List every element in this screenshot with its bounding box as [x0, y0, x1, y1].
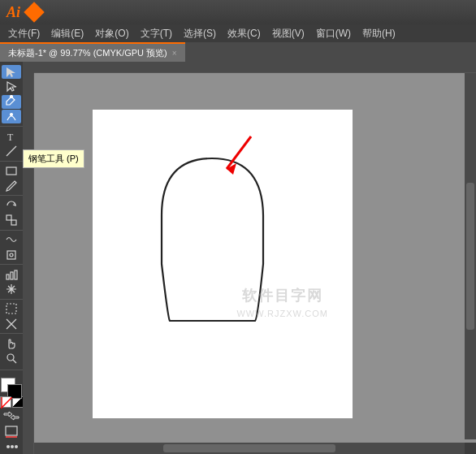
free-transform-button[interactable] [2, 248, 21, 262]
scrollbar-thumb-vertical[interactable] [466, 183, 474, 329]
svg-rect-17 [6, 436, 17, 438]
menu-object[interactable]: 对象(O) [90, 25, 133, 42]
svg-rect-4 [6, 167, 16, 175]
tab-close-button[interactable]: × [172, 49, 177, 58]
artboard: 软件目字网 WWW.RJZXW.COM [93, 110, 353, 418]
pen-tool-button[interactable] [2, 95, 21, 109]
menu-select[interactable]: 选择(S) [179, 25, 221, 42]
svg-line-15 [1, 397, 12, 409]
red-arrow [210, 132, 259, 189]
menu-help[interactable]: 帮助(H) [357, 25, 400, 42]
direct-select-tool-button[interactable] [2, 80, 21, 93]
tab-bar: 未标题-1* @ 99.77% (CMYK/GPU 预览) × [0, 42, 476, 62]
svg-rect-9 [6, 275, 9, 279]
scrollbar-thumb-horizontal[interactable] [163, 444, 335, 452]
svg-marker-22 [227, 163, 236, 175]
menu-edit[interactable]: 编辑(E) [46, 25, 89, 42]
svg-point-8 [10, 253, 13, 257]
rotate-tool-button[interactable] [2, 198, 21, 212]
svg-rect-6 [11, 220, 16, 225]
ruler-left [23, 62, 34, 454]
menu-file[interactable]: 文件(F) [3, 25, 45, 42]
scale-tool-button[interactable] [2, 214, 21, 227]
slice-tool-button[interactable] [2, 317, 21, 331]
canvas-area[interactable]: 软件目字网 WWW.RJZXW.COM [23, 62, 476, 454]
tab-label: 未标题-1* @ 99.77% (CMYK/GPU 预览) [8, 47, 167, 59]
color-swatch-area [1, 378, 22, 395]
graph-tool-button[interactable] [2, 267, 21, 281]
ruler-corner [23, 62, 34, 73]
curvature-tool-button[interactable] [2, 110, 21, 123]
svg-rect-7 [7, 251, 15, 259]
menu-bar: 文件(F) 编辑(E) 对象(O) 文字(T) 选择(S) 效果(C) 视图(V… [0, 24, 476, 42]
scrollbar-corner [465, 443, 476, 454]
warp-tool-button[interactable] [2, 233, 21, 247]
main-area: T [0, 62, 476, 454]
mesh-tool-button[interactable] [2, 283, 21, 296]
svg-point-18 [6, 445, 10, 448]
svg-rect-16 [6, 426, 17, 435]
svg-point-13 [7, 354, 14, 361]
svg-line-14 [13, 360, 16, 363]
menu-view[interactable]: 视图(V) [267, 25, 309, 42]
type-tool-button[interactable]: T [2, 129, 21, 143]
fill-button[interactable] [2, 425, 21, 439]
hand-tool-button[interactable] [2, 336, 21, 350]
svg-line-21 [227, 136, 251, 169]
svg-line-3 [6, 146, 16, 156]
svg-point-0 [11, 96, 13, 98]
canvas-workspace[interactable]: 软件目字网 WWW.RJZXW.COM [34, 73, 476, 454]
paintbrush-tool-button[interactable] [2, 179, 21, 192]
svg-rect-10 [11, 272, 13, 279]
svg-rect-11 [15, 270, 17, 279]
vertical-scrollbar[interactable] [465, 73, 476, 439]
swap-colors-button[interactable] [2, 410, 20, 424]
ruler-top [34, 62, 476, 73]
more-tools-button[interactable] [2, 440, 21, 454]
toolbar: T [0, 62, 23, 454]
menu-window[interactable]: 窗口(W) [311, 25, 356, 42]
stroke-swatch[interactable] [0, 396, 11, 408]
line-tool-button[interactable] [2, 145, 21, 158]
svg-point-19 [11, 445, 14, 448]
svg-point-1 [11, 113, 13, 115]
zoom-tool-button[interactable] [2, 352, 21, 365]
app-logo: Ai [6, 4, 20, 21]
menu-type[interactable]: 文字(T) [136, 25, 177, 42]
svg-rect-12 [6, 304, 16, 313]
svg-text:T: T [7, 132, 14, 143]
svg-rect-5 [6, 215, 11, 220]
rect-tool-button[interactable] [2, 164, 21, 178]
artboard-tool-button[interactable] [2, 302, 21, 316]
horizontal-scrollbar[interactable] [34, 443, 465, 454]
svg-point-20 [15, 445, 18, 448]
title-bar: Ai [0, 0, 476, 24]
menu-effect[interactable]: 效果(C) [223, 25, 266, 42]
selection-tool-button[interactable] [2, 65, 21, 79]
active-tab[interactable]: 未标题-1* @ 99.77% (CMYK/GPU 预览) × [0, 42, 185, 62]
app-diamond-icon [24, 2, 44, 22]
